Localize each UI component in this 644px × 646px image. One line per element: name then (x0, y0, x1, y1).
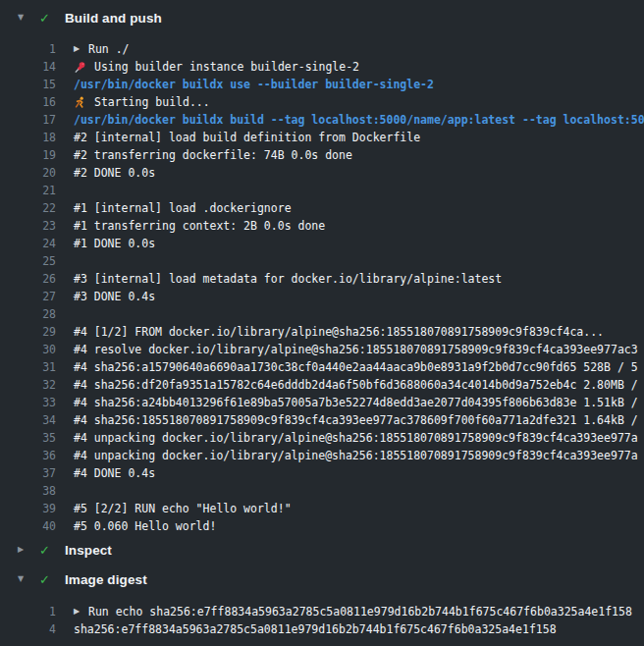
line-text: #4 [1/2] FROM docker.io/library/alpine@s… (74, 323, 604, 341)
line-number[interactable]: 31 (0, 358, 56, 376)
line-content: #2 DONE 0.0s (74, 164, 155, 182)
line-text: Using builder instance builder-single-2 (94, 58, 359, 76)
line-number[interactable]: 32 (0, 376, 56, 394)
line-text: #4 unpacking docker.io/library/alpine@sh… (74, 447, 638, 464)
log-line: 36 #4 unpacking docker.io/library/alpine… (0, 447, 644, 464)
line-content: #2 [internal] load build definition from… (74, 129, 420, 146)
section-title: Build and push (65, 11, 162, 26)
line-number[interactable]: 14 (0, 58, 56, 76)
pushpin-icon (74, 61, 86, 74)
line-number[interactable]: 26 (0, 270, 56, 288)
line-number[interactable]: 15 (0, 76, 56, 93)
line-number[interactable]: 18 (0, 129, 56, 146)
line-number[interactable]: 38 (0, 482, 56, 500)
line-number[interactable]: 33 (0, 394, 56, 411)
chevron-down-icon[interactable]: ▼ (18, 575, 29, 583)
log-line: 35 #4 unpacking docker.io/library/alpine… (0, 429, 644, 447)
line-text: #4 sha256:a24bb4013296f61e89ba57005a7b3e… (74, 394, 638, 411)
line-number[interactable]: 27 (0, 288, 56, 305)
line-text: #2 transferring dockerfile: 74B 0.0s don… (74, 146, 352, 164)
line-number[interactable]: 25 (0, 252, 56, 270)
line-content: #5 0.060 Hello world! (74, 517, 216, 535)
log-line: 31 #4 sha256:a15790640a6690aa1730c38cf0a… (0, 358, 644, 376)
line-content: #4 unpacking docker.io/library/alpine@sh… (74, 429, 638, 447)
line-number[interactable]: 20 (0, 164, 56, 182)
section-header[interactable]: ▶ ✓ Inspect (0, 535, 644, 565)
line-number[interactable]: 23 (0, 217, 56, 235)
section-title: Image digest (65, 572, 147, 587)
log-line: 1 ▶Run echo sha256:e7ff8834a5963a2785c5a… (0, 603, 644, 620)
line-text: Starting build... (94, 93, 210, 111)
log-line: 40 #5 0.060 Hello world! (0, 517, 644, 535)
line-number[interactable]: 40 (0, 517, 56, 535)
line-number[interactable]: 16 (0, 93, 56, 111)
log-line: 28 (0, 305, 644, 323)
line-content: Starting build... (74, 93, 210, 111)
line-number[interactable]: 34 (0, 411, 56, 429)
log-line: 22 #1 [internal] load .dockerignore (0, 199, 644, 217)
workflow-log-viewer: ▼ ✓ Build and push 1 ▶Run ./ 14 Using bu… (0, 0, 644, 646)
log-section: ▶ ✓ Inspect (0, 535, 644, 565)
line-text: /usr/bin/docker buildx use --builder bui… (74, 76, 434, 93)
log-line: 16 Starting build... (0, 93, 644, 111)
line-number[interactable]: 39 (0, 500, 56, 517)
line-text: #4 sha256:df20fa9351a15782c64e6dddb2d4a6… (74, 376, 638, 394)
log-line: 4 sha256:e7ff8834a5963a2785c5a0811e979d1… (0, 620, 644, 638)
line-number[interactable]: 1 (0, 40, 56, 58)
line-content: /usr/bin/docker buildx use --builder bui… (74, 76, 434, 93)
line-number[interactable]: 22 (0, 199, 56, 217)
line-text: #2 DONE 0.0s (74, 164, 155, 182)
expand-arrow-icon[interactable]: ▶ (74, 45, 88, 53)
line-number[interactable]: 28 (0, 305, 56, 323)
section-body: 1 ▶Run ./ 14 Using builder instance buil… (0, 40, 644, 535)
line-number[interactable]: 30 (0, 341, 56, 358)
line-number[interactable]: 36 (0, 447, 56, 464)
line-number[interactable]: 1 (0, 603, 56, 620)
line-content: #1 DONE 0.0s (74, 235, 155, 252)
line-content: #4 sha256:185518070891758909c9f839cf4ca3… (74, 411, 638, 429)
line-text: #4 sha256:a15790640a6690aa1730c38cf0a440… (74, 358, 638, 376)
line-content: #4 sha256:df20fa9351a15782c64e6dddb2d4a6… (74, 376, 638, 394)
log-line: 17 /usr/bin/docker buildx build --tag lo… (0, 111, 644, 129)
log-line: 29 #4 [1/2] FROM docker.io/library/alpin… (0, 323, 644, 341)
log-line: 1 ▶Run ./ (0, 40, 644, 58)
section-body: 1 ▶Run echo sha256:e7ff8834a5963a2785c5a… (0, 603, 644, 638)
expand-arrow-icon[interactable]: ▶ (74, 608, 88, 616)
log-line: 23 #1 transferring context: 2B 0.0s done (0, 217, 644, 235)
line-number[interactable]: 4 (0, 620, 56, 638)
line-text: #5 [2/2] RUN echo "Hello world!" (74, 500, 292, 517)
line-number[interactable]: 29 (0, 323, 56, 341)
line-number[interactable]: 24 (0, 235, 56, 252)
section-title: Inspect (65, 543, 112, 558)
section-header[interactable]: ▼ ✓ Build and push (0, 0, 644, 35)
line-content: #4 sha256:a24bb4013296f61e89ba57005a7b3e… (74, 394, 638, 411)
line-text: #1 DONE 0.0s (74, 235, 155, 252)
line-text: #3 DONE 0.4s (74, 288, 155, 305)
line-number[interactable]: 37 (0, 464, 56, 482)
line-number[interactable]: 21 (0, 182, 56, 199)
log-line: 24 #1 DONE 0.0s (0, 235, 644, 252)
line-text: sha256:e7ff8834a5963a2785c5a0811e979d16b… (74, 620, 557, 638)
log-line: 26 #3 [internal] load metadata for docke… (0, 270, 644, 288)
line-number[interactable]: 35 (0, 429, 56, 447)
line-text: Run ./ (88, 40, 130, 58)
log-sections: ▼ ✓ Build and push 1 ▶Run ./ 14 Using bu… (0, 0, 644, 638)
line-number[interactable]: 19 (0, 146, 56, 164)
line-content: #4 sha256:a15790640a6690aa1730c38cf0a440… (74, 358, 638, 376)
log-line: 19 #2 transferring dockerfile: 74B 0.0s … (0, 146, 644, 164)
log-section: ▼ ✓ Image digest 1 ▶Run echo sha256:e7ff… (0, 565, 644, 638)
line-content: ▶Run echo sha256:e7ff8834a5963a2785c5a08… (74, 603, 632, 620)
log-line: 21 (0, 182, 644, 199)
log-line: 33 #4 sha256:a24bb4013296f61e89ba57005a7… (0, 394, 644, 411)
line-content: ▶Run ./ (74, 40, 130, 58)
line-text: #4 sha256:185518070891758909c9f839cf4ca3… (74, 411, 638, 429)
chevron-down-icon[interactable]: ▼ (18, 14, 29, 22)
line-number[interactable]: 17 (0, 111, 56, 129)
section-header[interactable]: ▼ ✓ Image digest (0, 565, 644, 594)
chevron-right-icon[interactable]: ▶ (18, 546, 29, 554)
log-line: 20 #2 DONE 0.0s (0, 164, 644, 182)
success-check-icon: ✓ (39, 12, 55, 25)
line-text: #2 [internal] load build definition from… (74, 129, 420, 146)
line-content: sha256:e7ff8834a5963a2785c5a0811e979d16b… (74, 620, 557, 638)
line-content: Using builder instance builder-single-2 (74, 58, 359, 76)
